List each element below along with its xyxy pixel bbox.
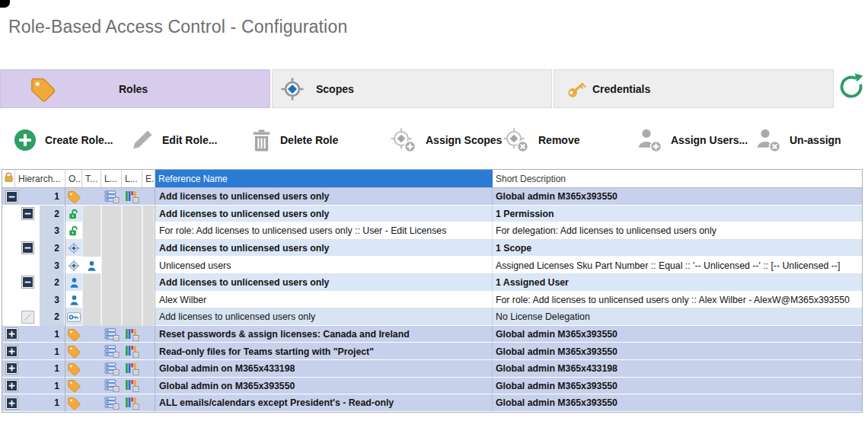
tag-icon xyxy=(67,344,81,359)
icon-cell xyxy=(82,326,101,343)
short-description-cell: Global admin M365x393550 xyxy=(493,378,862,395)
table-row[interactable]: 1ALL emails/calendars except President's… xyxy=(2,394,862,412)
icon-cell xyxy=(101,274,122,292)
icon-cell xyxy=(65,257,82,274)
table-row[interactable]: 3Alex WilberFor role: Add licenses to un… xyxy=(2,292,862,309)
icon-cell xyxy=(142,343,155,360)
column-header-hierarchy[interactable]: Hierarch... xyxy=(15,170,65,187)
unassign-users-button[interactable]: Un-assign xyxy=(755,120,841,160)
reference-name-cell: Add licenses to unlicensed users only xyxy=(155,206,493,223)
edit-role-label: Edit Role... xyxy=(162,134,217,146)
icon-cell xyxy=(142,308,155,326)
icon-cell xyxy=(101,360,122,378)
tab-roles[interactable]: Roles xyxy=(0,69,270,108)
table-row[interactable]: 1Global admin on M365x433198Global admin… xyxy=(2,360,862,378)
icon-cell xyxy=(142,292,155,309)
hierarchy-level: 3 xyxy=(40,222,64,240)
icon-cell xyxy=(122,222,142,240)
reference-name-cell: Alex Wilber xyxy=(155,292,493,309)
table-row[interactable]: 3Unlicensed usersAssigned Licenses Sku P… xyxy=(2,257,862,274)
scope-icon xyxy=(280,77,305,101)
icon-cell xyxy=(65,343,82,360)
collapse-icon[interactable] xyxy=(21,241,34,254)
icon-cell xyxy=(122,257,142,274)
icon-cell xyxy=(82,222,101,240)
reference-name-cell: Global admin on M365x393550 xyxy=(155,378,493,395)
license-columns-icon xyxy=(125,397,139,410)
header-lock-icon xyxy=(4,172,14,185)
column-header-l1[interactable]: L... xyxy=(101,170,122,187)
delete-role-button[interactable]: Delete Role xyxy=(251,120,338,160)
icon-cell xyxy=(101,206,122,223)
hierarchy-cell: 1 xyxy=(2,378,65,395)
hierarchy-cell: 2 xyxy=(2,308,65,326)
reference-name-cell: Unlicensed users xyxy=(155,257,493,274)
assign-users-icon xyxy=(637,127,662,153)
column-header-t[interactable]: T... xyxy=(82,170,101,187)
column-header-o[interactable]: O... xyxy=(65,170,82,187)
column-header-reference-name[interactable]: Reference Name xyxy=(155,170,493,187)
hierarchy-level: 1 xyxy=(40,360,64,378)
expand-icon[interactable] xyxy=(5,379,18,392)
delegation-edit-icon xyxy=(21,311,34,324)
expand-icon[interactable] xyxy=(5,362,18,375)
hierarchy-cell: 2 xyxy=(2,240,65,257)
hierarchy-level: 1 xyxy=(40,394,64,412)
icon-cell xyxy=(65,222,82,240)
create-role-button[interactable]: Create Role... xyxy=(14,120,113,160)
table-row[interactable]: 1Reset passwords & assign licenses: Cana… xyxy=(2,326,862,343)
icon-cell xyxy=(82,240,101,257)
icon-cell xyxy=(142,326,155,343)
expand-icon[interactable] xyxy=(5,345,18,358)
icon-cell xyxy=(65,360,82,378)
assign-scopes-button[interactable]: Assign Scopes xyxy=(390,120,502,160)
toolbar: Create Role... Edit Role... Delete Role … xyxy=(0,120,868,160)
icon-cell xyxy=(142,206,155,223)
table-header: Hierarch... O... T... L... L... E... Ref… xyxy=(2,170,862,188)
table-row[interactable]: 1Add licenses to unlicensed users onlyGl… xyxy=(2,188,862,206)
edit-role-button[interactable]: Edit Role... xyxy=(131,120,217,160)
table-row[interactable]: 2Add licenses to unlicensed users only1 … xyxy=(2,240,862,257)
hierarchy-cell: 3 xyxy=(2,292,65,309)
roles-table: Hierarch... O... T... L... L... E... Ref… xyxy=(2,169,863,413)
license-columns-icon xyxy=(125,328,139,341)
tag-icon xyxy=(67,396,81,410)
icon-cell xyxy=(82,292,101,309)
window-corner-mark xyxy=(0,0,10,8)
table-row[interactable]: 3For role: Add licenses to unlicensed us… xyxy=(2,222,862,240)
table-row[interactable]: 2Add licenses to unlicensed users only1 … xyxy=(2,206,862,223)
table-row[interactable]: 1Read-only files for Teams starting with… xyxy=(2,343,862,360)
icon-cell xyxy=(101,394,122,412)
remove-scopes-button[interactable]: Remove xyxy=(503,120,579,160)
license-grid-icon xyxy=(104,190,120,203)
icon-cell xyxy=(142,222,155,240)
column-header-e[interactable]: E... xyxy=(142,170,155,187)
icon-cell xyxy=(65,394,82,412)
expand-icon[interactable] xyxy=(5,397,18,410)
assign-scopes-icon xyxy=(390,127,417,153)
table-row[interactable]: 2Add licenses to unlicensed users onlyNo… xyxy=(2,308,862,326)
column-header-short-description[interactable]: Short Description xyxy=(493,170,862,187)
icon-cell xyxy=(101,240,122,257)
table-row[interactable]: 2Add licenses to unlicensed users only1 … xyxy=(2,274,862,292)
hierarchy-cell: 3 xyxy=(2,222,65,240)
collapse-icon[interactable] xyxy=(5,190,18,203)
short-description-cell: 1 Assigned User xyxy=(493,274,862,292)
icon-cell xyxy=(82,188,101,206)
tab-roles-label: Roles xyxy=(119,83,148,95)
hierarchy-level: 2 xyxy=(40,206,64,223)
column-header-l2[interactable]: L... xyxy=(122,170,142,187)
icon-cell xyxy=(82,360,101,378)
icon-cell xyxy=(101,188,122,206)
collapse-icon[interactable] xyxy=(21,207,34,220)
table-row[interactable]: 1Global admin on M365x393550Global admin… xyxy=(2,378,862,395)
icon-cell xyxy=(142,240,155,257)
tab-scopes[interactable]: Scopes xyxy=(272,69,552,108)
expand-icon[interactable] xyxy=(5,327,18,340)
assign-scopes-label: Assign Scopes xyxy=(426,134,502,146)
assign-users-button[interactable]: Assign Users... xyxy=(637,120,748,160)
tab-credentials[interactable]: Credentials xyxy=(554,69,834,108)
column-header-lock[interactable] xyxy=(2,170,15,187)
collapse-icon[interactable] xyxy=(21,276,34,289)
refresh-button[interactable] xyxy=(837,72,866,101)
